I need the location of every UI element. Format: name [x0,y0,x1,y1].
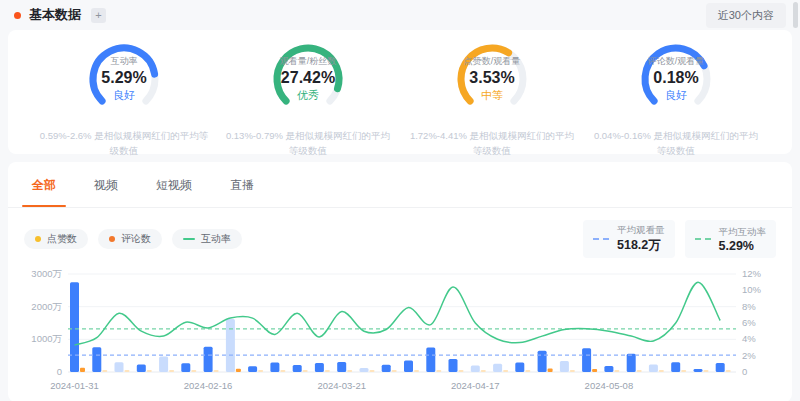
likes-comments-bar[interactable] [637,370,642,372]
likes-comments-bar[interactable] [503,370,508,372]
gauge-value: 0.18% [653,69,698,87]
likes-comments-bar[interactable] [548,368,553,372]
likes-comments-bar[interactable] [592,369,597,372]
views-bar[interactable] [426,348,435,373]
likes-comments-bar[interactable] [347,370,352,372]
left-axis-tick: 2000万 [31,301,62,312]
likes-comments-bar[interactable] [726,370,731,372]
left-axis-tick: 1000万 [31,333,62,344]
gauge-note: 0.59%-2.6% 是相似规模网红们的平均等级数值 [38,129,210,158]
right-axis-tick: 12% [742,268,762,279]
views-bar[interactable] [92,347,101,372]
right-axis-tick: 0 [742,366,747,377]
views-bar[interactable] [671,362,680,372]
views-bar[interactable] [604,366,613,372]
views-bar[interactable] [337,362,346,372]
right-axis-tick: 8% [742,301,756,312]
views-bar[interactable] [270,363,279,373]
likes-comments-bar[interactable] [191,370,196,372]
views-bar[interactable] [449,359,458,372]
likes-comments-bar[interactable] [80,368,85,372]
legend-likes-swatch-icon [35,236,41,242]
likes-comments-bar[interactable] [280,370,285,372]
views-bar[interactable] [471,366,480,373]
likes-comments-bar[interactable] [325,370,330,372]
views-bar[interactable] [115,362,124,372]
views-bar[interactable] [293,365,302,372]
avg-rate-chip: 平均互动率 5.29% [685,220,777,258]
average-chips: 平均观看量 518.2万 平均互动率 5.29% [583,220,776,258]
content-range-button[interactable]: 近30个内容 [706,3,786,28]
likes-comments-bar[interactable] [481,370,486,372]
legend-label: 互动率 [201,232,231,246]
tab-short-video[interactable]: 短视频 [152,162,196,207]
likes-comments-bar[interactable] [704,370,709,372]
views-bar[interactable] [694,369,703,372]
views-bar[interactable] [560,361,569,372]
gauges-panel: 互动率 5.29% 良好 0.59%-2.6% 是相似规模网红们的平均等级数值 … [8,30,792,154]
legend-likes[interactable]: 点赞数 [24,229,88,249]
likes-comments-bar[interactable] [258,370,263,372]
gauge-label: 互动率 [111,55,138,68]
gauge-views-per-follower: 观看量/粉丝数 27.42% 优秀 0.13%-0.79% 是相似规模网红们的平… [216,40,400,154]
views-bar[interactable] [404,361,413,372]
chart-svg[interactable]: 3000万2000万1000万012%10%8%6%4%2%02024-01-3… [24,266,776,400]
engagement-chart[interactable]: 3000万2000万1000万012%10%8%6%4%2%02024-01-3… [24,266,776,401]
views-bar[interactable] [360,368,369,372]
gauge-value: 5.29% [101,69,146,87]
scrollbar-thumb[interactable] [793,2,798,28]
views-bar[interactable] [582,348,591,372]
content-type-tabs: 全部视频短视频直播 [8,162,792,208]
likes-comments-bar[interactable] [125,370,130,372]
views-bar[interactable] [315,363,324,372]
views-bar[interactable] [382,365,391,372]
legend-interaction-rate[interactable]: 互动率 [172,229,242,249]
right-axis-tick: 10% [742,284,762,295]
legend-label: 点赞数 [47,232,77,246]
views-bar[interactable] [493,364,502,372]
likes-comments-bar[interactable] [392,370,397,372]
views-bar[interactable] [159,357,168,372]
likes-comments-bar[interactable] [169,370,174,372]
likes-comments-bar[interactable] [102,370,107,372]
views-bar[interactable] [248,366,257,372]
likes-comments-bar[interactable] [147,370,152,372]
tab-live[interactable]: 直播 [226,162,258,207]
likes-comments-bar[interactable] [614,370,619,372]
tab-all[interactable]: 全部 [28,162,60,207]
tab-video[interactable]: 视频 [90,162,122,207]
likes-comments-bar[interactable] [436,370,441,372]
section-header: 基本数据 + 近30个内容 [0,0,800,30]
views-bar[interactable] [649,365,658,373]
x-axis-tick: 2024-01-31 [50,380,99,391]
content-panel: 全部视频短视频直播 点赞数评论数互动率 平均观看量 518.2万 平均互动率 5… [8,162,792,401]
gauge-status: 中等 [481,88,503,103]
views-bar[interactable] [181,363,190,372]
likes-comments-bar[interactable] [370,370,375,372]
add-icon[interactable]: + [91,8,106,23]
likes-comments-bar[interactable] [303,370,308,372]
dashed-line-icon [695,238,711,240]
right-axis-tick: 6% [742,317,756,328]
dashed-line-icon [593,238,609,240]
gauge-interaction-rate: 互动率 5.29% 良好 0.59%-2.6% 是相似规模网红们的平均等级数值 [32,40,216,154]
likes-comments-bar[interactable] [459,370,464,372]
likes-comments-bar[interactable] [681,370,686,372]
views-bar[interactable] [515,363,524,373]
legend-comments[interactable]: 评论数 [98,229,162,249]
avg-value: 5.29% [719,239,767,253]
views-bar[interactable] [226,319,235,372]
likes-comments-bar[interactable] [214,370,219,372]
likes-comments-bar[interactable] [414,370,419,372]
likes-comments-bar[interactable] [525,370,530,372]
likes-comments-bar[interactable] [659,370,664,372]
views-bar[interactable] [627,354,636,372]
likes-comments-bar[interactable] [236,369,241,372]
right-axis-tick: 4% [742,333,756,344]
views-bar[interactable] [204,347,213,372]
views-bar[interactable] [137,365,146,373]
views-bar[interactable] [716,363,725,372]
views-bar[interactable] [538,351,547,372]
likes-comments-bar[interactable] [570,370,575,372]
views-bar[interactable] [70,282,79,372]
